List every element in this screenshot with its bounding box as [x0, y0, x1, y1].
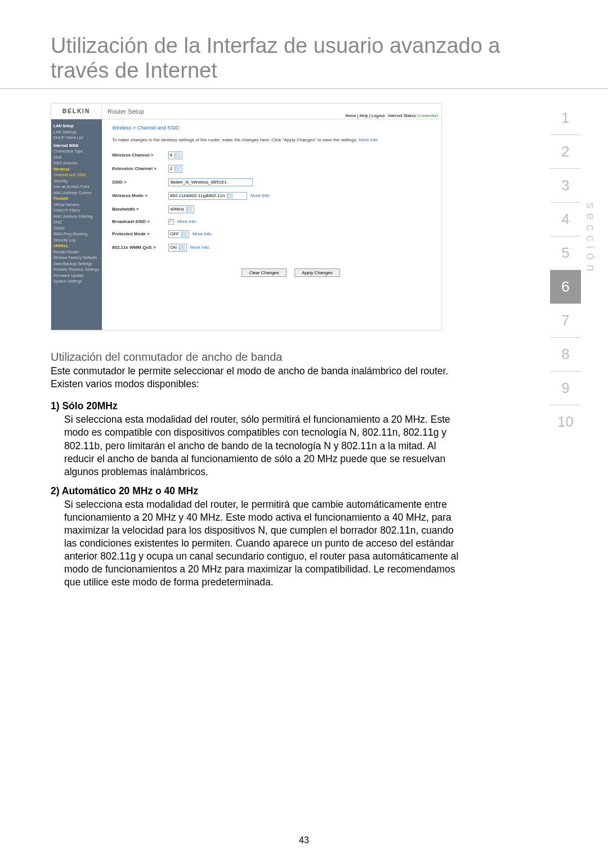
more-info-link[interactable]: More Info	[190, 245, 209, 250]
option-2-text: Si selecciona esta modalidad del router,…	[51, 497, 462, 594]
section-tabs: 1 2 3 4 5 6 7 8 9 10	[550, 101, 581, 439]
sidebar-item[interactable]: Client IP Filters	[53, 208, 100, 214]
apply-changes-button[interactable]: Apply Changes	[294, 269, 339, 277]
sidebar-item[interactable]: MAC Address Control	[53, 190, 100, 196]
router-meta-links[interactable]: Home | Help | Logout	[345, 114, 385, 118]
clear-changes-button[interactable]: Clear Changes	[242, 269, 286, 277]
wmm-qos-select[interactable]: ON	[168, 244, 187, 252]
sidebar-cat-wan: Internet WAN	[53, 143, 100, 149]
wireless-mode-label: Wireless Mode >	[112, 193, 168, 198]
tab-2[interactable]: 2	[550, 135, 581, 169]
extension-channel-label: Extension Channel >	[112, 166, 168, 171]
sidebar-cat-utilities: Utilities	[53, 243, 100, 249]
sidebar-item[interactable]: System Settings	[53, 279, 100, 285]
sidebar-item[interactable]: DDNS	[53, 226, 100, 232]
tab-5[interactable]: 5	[550, 236, 581, 270]
instructions-text: To make changes to the wireless settings…	[112, 137, 357, 142]
sidebar-item[interactable]: Restore Previous Settings	[53, 267, 100, 273]
tab-6[interactable]: 6	[550, 270, 581, 304]
sidebar-item[interactable]: Virtual Servers	[53, 202, 100, 208]
belkin-logo: BELKIN	[51, 104, 102, 119]
sidebar-cat-lan: LAN Setup	[53, 123, 100, 129]
sidebar-item[interactable]: Connection Type	[53, 149, 100, 155]
sidebar-item[interactable]: Restore Factory Defaults	[53, 255, 100, 261]
tab-1[interactable]: 1	[550, 101, 581, 135]
sidebar-item[interactable]: DHCP Client List	[53, 135, 100, 141]
option-1-text: Si selecciona esta modalidad del router,…	[51, 412, 462, 482]
more-info-link[interactable]: More Info	[193, 231, 212, 236]
sidebar-item[interactable]: Restart Router	[53, 249, 100, 256]
broadcast-ssid-checkbox[interactable]	[168, 219, 174, 225]
tab-9[interactable]: 9	[550, 372, 581, 405]
tab-7[interactable]: 7	[550, 304, 581, 338]
ssid-input[interactable]: Belkin_N_Wireless_8B51E1	[168, 178, 253, 186]
tab-4[interactable]: 4	[550, 203, 581, 236]
option-1-label: 1) Sólo 20MHz	[51, 398, 462, 412]
option-2-label: 2) Automático 20 MHz o 40 MHz	[51, 483, 462, 497]
sidebar-item[interactable]: LAN Settings	[53, 129, 100, 136]
router-screenshot: BELKIN Router Setup Home | Help | Logout…	[51, 103, 442, 330]
sidebar-item[interactable]: MAC Address	[53, 160, 100, 167]
instructions: To make changes to the wireless settings…	[112, 137, 436, 151]
sidebar-item[interactable]: DMZ	[53, 220, 100, 226]
sidebar-item[interactable]: MAC Address Filtering	[53, 214, 100, 220]
section-label: sección	[583, 202, 598, 276]
tab-3[interactable]: 3	[550, 169, 581, 203]
sidebar-item[interactable]: Security Log	[53, 238, 100, 244]
router-sidebar: LAN Setup LAN Settings DHCP Client List …	[51, 119, 102, 330]
protected-mode-label: Protected Mode >	[112, 231, 168, 236]
broadcast-ssid-label: Broadcast SSID >	[112, 219, 168, 224]
ssid-label: SSID >	[112, 180, 168, 185]
bandwidth-select[interactable]: 40MHz	[168, 205, 194, 213]
sidebar-cat-firewall: Firewall	[53, 196, 100, 202]
internet-status-label: Internet Status:	[388, 114, 417, 118]
bandwidth-label: Bandwidth >	[112, 207, 168, 212]
protected-mode-select[interactable]: OFF	[168, 230, 189, 238]
more-info-link[interactable]: More Info	[251, 193, 270, 198]
sidebar-cat-wireless: Wireless	[53, 167, 100, 173]
more-info-link[interactable]: More Info	[359, 137, 378, 142]
router-setup-label: Router Setup	[108, 108, 144, 115]
tab-10[interactable]: 10	[550, 405, 581, 439]
sidebar-item[interactable]: Security	[53, 178, 100, 185]
more-info-link[interactable]: More Info	[177, 219, 196, 224]
wmm-qos-label: 802.11e WMM QoS >	[112, 245, 168, 250]
router-setup-title: Router Setup Home | Help | Logout Intern…	[102, 104, 441, 119]
page-title: Utilización de la Interfaz de usuario av…	[0, 0, 608, 89]
sidebar-item[interactable]: WAN Ping Blocking	[53, 231, 100, 238]
sidebar-item-channel-ssid[interactable]: Channel and SSID	[53, 172, 100, 178]
sidebar-item[interactable]: Use as Access Point	[53, 184, 100, 190]
wireless-mode-select[interactable]: 802.11b&802.11g&802.11n	[168, 192, 247, 200]
subheading-bandwidth-switch: Utilización del conmutador de ancho de b…	[51, 347, 462, 365]
breadcrumb: Wireless > Channel and SSID	[112, 123, 436, 137]
router-main: Wireless > Channel and SSID To make chan…	[102, 119, 441, 330]
sidebar-item[interactable]: DNS	[53, 155, 100, 161]
router-meta: Home | Help | Logout Internet Status: Co…	[345, 114, 438, 118]
wireless-channel-select[interactable]: 6	[168, 151, 182, 159]
sidebar-item[interactable]: Save/Backup Settings	[53, 261, 100, 267]
page-number: 43	[0, 835, 608, 845]
extension-channel-select[interactable]: 2	[168, 165, 182, 173]
intro-paragraph: Este conmutador le permite seleccionar e…	[51, 365, 462, 399]
sidebar-item[interactable]: Firmware Update	[53, 273, 100, 279]
wireless-channel-label: Wireless Channel >	[112, 153, 168, 158]
tab-8[interactable]: 8	[550, 338, 581, 372]
internet-status-value: Connection	[418, 114, 438, 118]
